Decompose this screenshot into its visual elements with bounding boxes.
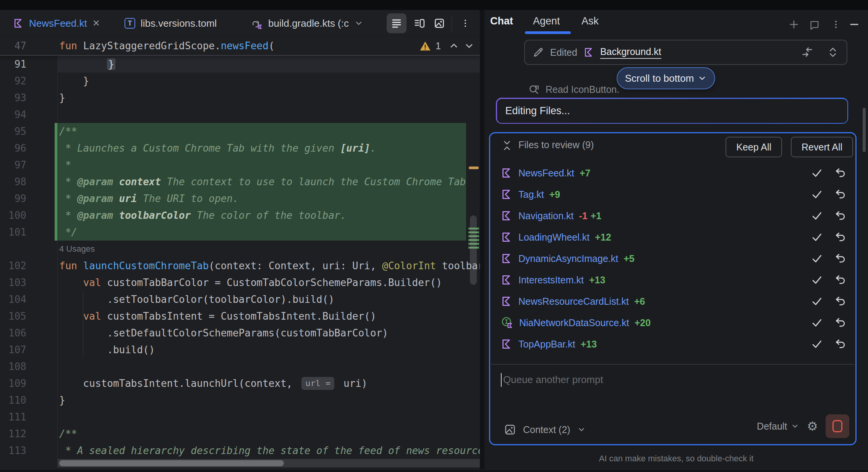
edited-file-link[interactable]: Background.kt <box>600 46 661 59</box>
pane-divider[interactable] <box>480 10 484 472</box>
collapse-icon[interactable] <box>501 139 513 152</box>
expand-collapse-icon[interactable] <box>827 46 839 58</box>
lines-removed-count: -1 <box>579 210 588 221</box>
code-view-button[interactable] <box>387 13 406 33</box>
edited-file-card[interactable]: Edited Background.kt <box>524 40 847 65</box>
code-text: * @param uri The URI to open. <box>57 190 466 207</box>
warning-icon[interactable] <box>419 41 431 51</box>
panel-options-kebab-button[interactable] <box>830 18 842 31</box>
code-text: * @param context The context to use to l… <box>57 173 466 190</box>
code-token: launchCustomChromeTab <box>83 260 209 272</box>
keep-file-check-icon[interactable] <box>810 166 823 179</box>
code-text: } <box>57 89 480 106</box>
file-link[interactable]: NewsResourceCardList.kt <box>518 296 629 307</box>
kotlin-file-icon <box>501 253 512 264</box>
revert-file-undo-icon[interactable] <box>834 316 847 329</box>
keep-file-check-icon[interactable] <box>810 209 823 222</box>
hide-panel-button[interactable] <box>848 18 860 31</box>
revert-file-undo-icon[interactable] <box>834 338 847 351</box>
chat-scrollbar-thumb[interactable] <box>863 108 866 152</box>
file-review-row: DynamicAsyncImage.kt+5 <box>490 248 855 269</box>
file-link[interactable]: InterestsItem.kt <box>518 275 584 286</box>
keep-file-check-icon[interactable] <box>810 273 823 286</box>
chevron-down-icon[interactable] <box>791 422 799 430</box>
revert-file-undo-icon[interactable] <box>834 273 847 286</box>
chevron-down-icon[interactable] <box>577 425 586 434</box>
tab-ask[interactable]: Ask <box>581 15 599 27</box>
editor-horizontal-scrollbar-thumb[interactable] <box>59 460 284 466</box>
keep-all-button[interactable]: Keep All <box>725 137 782 157</box>
editor-pane: NewsFeed.kt ✕ T libs.versions.toml build… <box>0 10 480 472</box>
chat-history-button[interactable] <box>808 18 821 31</box>
jump-to-changes-icon[interactable] <box>801 46 814 59</box>
stop-button[interactable] <box>826 414 849 438</box>
prompt-input[interactable]: Queue another prompt <box>501 370 845 416</box>
revert-file-undo-icon[interactable] <box>834 252 847 265</box>
tab-chat[interactable]: Chat <box>490 15 513 27</box>
keep-file-check-icon[interactable] <box>810 231 823 244</box>
code-token: * <box>59 176 77 188</box>
file-link[interactable]: Tag.kt <box>518 189 544 200</box>
context-selector[interactable]: Context (2) <box>523 424 570 435</box>
code-text: } <box>57 73 480 89</box>
toml-file-icon: T <box>125 18 135 29</box>
tab-label: NewsFeed.kt <box>29 18 87 29</box>
editor-options-kebab-button[interactable] <box>455 13 475 33</box>
active-chat-tab-underline <box>525 31 571 34</box>
code-text: fun launchCustomChromeTab(context: Conte… <box>57 257 480 274</box>
next-problem-icon[interactable] <box>464 40 474 51</box>
line-number: 109 <box>8 375 26 392</box>
gear-icon[interactable]: ⚙ <box>807 420 818 432</box>
text-caret <box>501 373 502 387</box>
file-link[interactable]: NiaNetworkDataSource.kt <box>519 317 629 328</box>
gutter: 103 <box>0 274 57 291</box>
revert-file-undo-icon[interactable] <box>834 231 847 244</box>
file-review-row: Navigation.kt-1+1 <box>490 205 855 226</box>
file-link[interactable]: DynamicAsyncImage.kt <box>518 253 618 264</box>
code-text: .setToolbarColor(toolbarColor).build() <box>57 291 480 308</box>
editor-horizontal-scrollbar-track[interactable] <box>58 459 480 467</box>
revert-file-undo-icon[interactable] <box>834 166 847 179</box>
file-link[interactable]: Navigation.kt <box>518 210 574 221</box>
revert-file-undo-icon[interactable] <box>834 188 847 201</box>
split-view-button[interactable] <box>410 13 429 33</box>
code-token: * <box>59 210 77 221</box>
code-text: * <box>57 157 466 173</box>
new-chat-button[interactable] <box>788 18 800 31</box>
close-icon[interactable]: ✕ <box>92 18 100 29</box>
revert-all-button[interactable]: Revert All <box>791 137 853 157</box>
keep-file-check-icon[interactable] <box>810 188 823 201</box>
tab-newsfeed[interactable]: NewsFeed.kt ✕ <box>13 10 100 37</box>
keep-file-check-icon[interactable] <box>810 316 823 329</box>
kebab-menu-icon <box>831 19 841 29</box>
code-token: /** <box>59 428 77 440</box>
editor-vertical-scrollbar[interactable] <box>470 215 477 285</box>
keep-file-check-icon[interactable] <box>810 295 823 308</box>
attach-image-icon[interactable] <box>504 424 516 436</box>
pencil-icon <box>533 47 544 58</box>
kotlin-file-icon <box>501 189 512 200</box>
gutter: 94 <box>0 106 57 123</box>
file-link[interactable]: LoadingWheel.kt <box>518 232 589 243</box>
scroll-to-bottom-button[interactable]: Scroll to bottom <box>617 67 715 89</box>
file-link[interactable]: NewsFeed.kt <box>518 168 574 179</box>
code-token: /** <box>59 126 77 137</box>
revert-file-undo-icon[interactable] <box>834 295 847 308</box>
tab-libs-versions-toml[interactable]: T libs.versions.toml <box>125 10 217 37</box>
previous-problem-icon[interactable] <box>449 40 459 51</box>
keep-file-check-icon[interactable] <box>810 338 823 351</box>
chevron-down-icon[interactable] <box>354 19 363 28</box>
keep-file-check-icon[interactable] <box>810 252 823 265</box>
code-line: 112/** <box>0 425 480 442</box>
line-number: 96 <box>15 140 26 157</box>
line-number: 102 <box>8 257 26 274</box>
gutter: 91 <box>0 56 57 73</box>
revert-file-undo-icon[interactable] <box>834 209 847 222</box>
design-view-button[interactable] <box>429 13 449 33</box>
tab-build-gradle[interactable]: build.gradle.kts (:c <box>251 10 363 37</box>
file-link[interactable]: TopAppBar.kt <box>518 339 575 350</box>
gutter: 95 <box>0 123 57 140</box>
tab-agent[interactable]: Agent <box>533 15 560 27</box>
model-selector[interactable]: Default <box>757 421 787 432</box>
lines-added-count: +12 <box>595 232 611 243</box>
